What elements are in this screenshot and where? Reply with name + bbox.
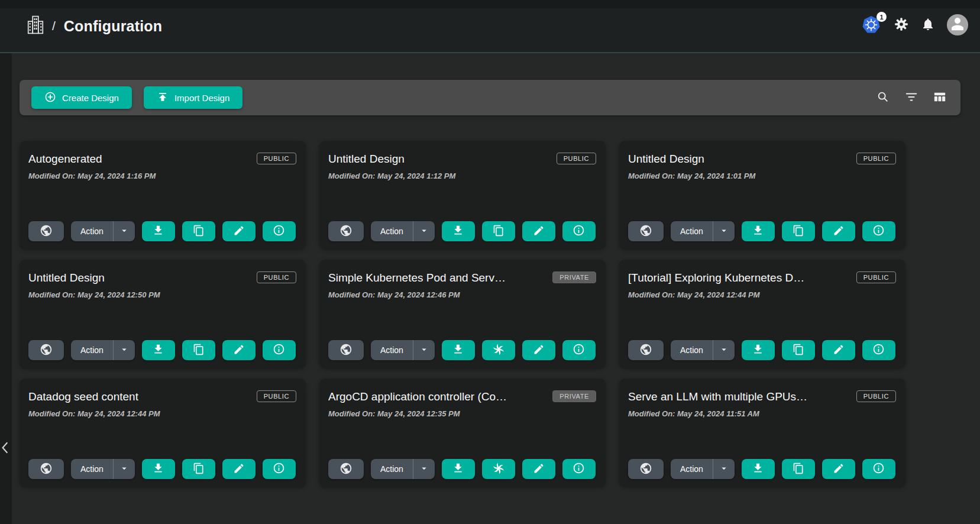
info-icon — [573, 224, 585, 238]
visibility-globe-button[interactable] — [328, 340, 364, 360]
info-button[interactable] — [263, 459, 296, 479]
import-design-button[interactable]: Import Design — [144, 86, 242, 109]
action-dropdown-button[interactable] — [114, 459, 135, 479]
upload-icon — [157, 91, 169, 105]
action-button[interactable]: Action — [371, 459, 413, 479]
action-dropdown-button[interactable] — [713, 340, 735, 360]
info-button[interactable] — [862, 459, 895, 479]
info-button[interactable] — [562, 459, 596, 479]
card-modified: Modified On: May 24, 2024 12:44 PM — [28, 409, 160, 418]
edit-button[interactable] — [222, 459, 255, 479]
visibility-globe-button[interactable] — [328, 221, 364, 241]
edit-button[interactable] — [522, 340, 555, 360]
info-button[interactable] — [263, 221, 296, 241]
pencil-icon — [533, 225, 545, 238]
download-button[interactable] — [142, 221, 175, 241]
action-button[interactable]: Action — [671, 221, 713, 241]
action-split-button: Action — [71, 459, 135, 479]
visibility-globe-button[interactable] — [28, 221, 64, 241]
globe-icon — [639, 462, 652, 477]
action-button[interactable]: Action — [371, 221, 413, 241]
spiral-button[interactable] — [482, 459, 515, 479]
search-button[interactable] — [876, 90, 890, 105]
globe-icon — [40, 462, 53, 477]
copy-icon — [793, 462, 804, 476]
add-circle-icon — [44, 91, 56, 105]
edit-button[interactable] — [822, 459, 855, 479]
info-button[interactable] — [263, 340, 296, 360]
action-dropdown-button[interactable] — [413, 340, 435, 360]
visibility-badge: PRIVATE — [552, 271, 596, 283]
action-button[interactable]: Action — [71, 459, 113, 479]
download-button[interactable] — [742, 221, 775, 241]
visibility-globe-button[interactable] — [628, 221, 664, 241]
copy-button[interactable] — [782, 459, 815, 479]
spiral-button[interactable] — [482, 340, 515, 360]
edit-button[interactable] — [522, 459, 555, 479]
top-strip — [0, 0, 980, 8]
copy-button[interactable] — [182, 459, 215, 479]
info-button[interactable] — [562, 340, 596, 360]
visibility-globe-button[interactable] — [628, 340, 664, 360]
caret-down-icon — [719, 225, 729, 238]
visibility-globe-button[interactable] — [28, 459, 64, 479]
copy-button[interactable] — [782, 340, 815, 360]
download-button[interactable] — [742, 340, 775, 360]
action-button[interactable]: Action — [71, 340, 113, 360]
action-dropdown-button[interactable] — [413, 459, 435, 479]
info-button[interactable] — [862, 221, 895, 241]
info-icon — [273, 462, 285, 476]
action-dropdown-button[interactable] — [114, 340, 135, 360]
download-button[interactable] — [142, 459, 175, 479]
user-avatar[interactable] — [947, 14, 968, 35]
download-button[interactable] — [442, 459, 475, 479]
settings-button[interactable] — [894, 17, 909, 34]
download-button[interactable] — [442, 221, 475, 241]
download-button[interactable] — [442, 340, 475, 360]
action-button-label: Action — [80, 227, 104, 236]
visibility-globe-button[interactable] — [328, 459, 364, 479]
edit-button[interactable] — [222, 340, 255, 360]
kubernetes-context-indicator[interactable]: 1 — [862, 15, 882, 34]
globe-icon — [639, 343, 652, 358]
edit-button[interactable] — [822, 340, 855, 360]
action-button[interactable]: Action — [71, 221, 113, 241]
design-grid: Autogenerated PUBLIC Modified On: May 24… — [20, 141, 905, 487]
action-button[interactable]: Action — [371, 340, 413, 360]
copy-button[interactable] — [182, 340, 215, 360]
chevron-left-icon[interactable] — [1, 441, 10, 457]
table-view-button[interactable] — [933, 90, 946, 105]
info-button[interactable] — [562, 221, 596, 241]
create-design-button[interactable]: Create Design — [31, 86, 132, 109]
action-dropdown-button[interactable] — [114, 221, 135, 241]
card-title: Serve an LLM with multiple GPUs… — [628, 390, 807, 403]
action-button[interactable]: Action — [671, 340, 713, 360]
filter-button[interactable] — [905, 90, 918, 105]
copy-button[interactable] — [182, 221, 215, 241]
card-modified: Modified On: May 24, 2024 12:44 PM — [628, 290, 760, 299]
card-title: Autogenerated — [28, 153, 102, 166]
download-button[interactable] — [742, 459, 775, 479]
breadcrumb-separator: / — [52, 19, 56, 33]
organization-building-icon[interactable] — [27, 15, 44, 37]
edit-button[interactable] — [822, 221, 855, 241]
info-icon — [872, 224, 885, 238]
notifications-button[interactable] — [921, 17, 935, 33]
action-dropdown-button[interactable] — [713, 459, 735, 479]
edit-button[interactable] — [522, 221, 555, 241]
action-button[interactable]: Action — [671, 459, 713, 479]
edit-button[interactable] — [222, 221, 255, 241]
action-dropdown-button[interactable] — [713, 221, 735, 241]
card-title: ArgoCD application controller (Co… — [328, 390, 507, 403]
copy-button[interactable] — [482, 221, 515, 241]
info-button[interactable] — [862, 340, 895, 360]
visibility-globe-button[interactable] — [628, 459, 664, 479]
copy-button[interactable] — [782, 221, 815, 241]
card-title: Untitled Design — [628, 153, 704, 166]
collapsed-sidebar — [0, 53, 12, 524]
card-action-bar: Action — [628, 340, 895, 360]
download-icon — [452, 224, 464, 238]
visibility-globe-button[interactable] — [28, 340, 64, 360]
download-button[interactable] — [142, 340, 175, 360]
action-dropdown-button[interactable] — [413, 221, 435, 241]
